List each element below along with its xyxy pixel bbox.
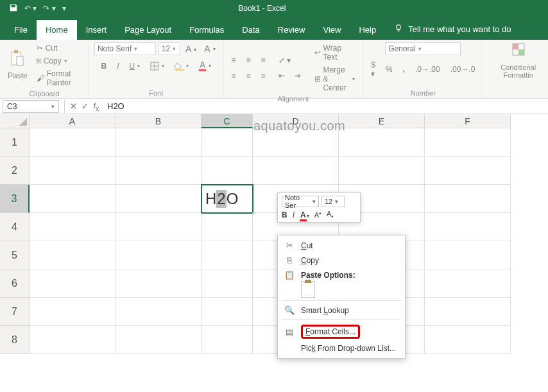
paste-button[interactable]: Paste xyxy=(5,70,30,81)
row-header-6[interactable]: 6 xyxy=(0,269,30,298)
decrease-font-icon[interactable]: A▾ xyxy=(201,42,218,55)
wrap-text-button[interactable]: ↩Wrap Text xyxy=(312,42,358,63)
currency-button[interactable]: $ ▾ xyxy=(368,59,378,80)
ctx-cut[interactable]: ✂CuCutt xyxy=(278,238,405,253)
select-all-corner[interactable] xyxy=(0,114,30,128)
cell-a2[interactable] xyxy=(30,157,116,185)
cell-b8[interactable] xyxy=(116,326,201,354)
bold-button[interactable]: B xyxy=(99,60,110,72)
cell-f5[interactable] xyxy=(425,241,511,269)
cell-b3[interactable] xyxy=(116,185,201,213)
borders-button[interactable]: ▾ xyxy=(148,60,167,72)
cell-c7[interactable] xyxy=(201,298,253,326)
row-header-8[interactable]: 8 xyxy=(0,326,30,354)
ctx-format-cells[interactable]: ▤Format Cells...Format Cells... xyxy=(278,322,405,341)
cell-a3[interactable] xyxy=(30,185,116,213)
cut-button[interactable]: ✂Cut xyxy=(34,42,83,54)
increase-font-icon[interactable]: A▴ xyxy=(183,42,199,55)
cell-d2[interactable] xyxy=(253,157,339,185)
copy-button[interactable]: ⎘Copy ▾ xyxy=(34,55,83,67)
formula-input[interactable]: H2O xyxy=(102,101,548,111)
mini-font-combo[interactable]: Noto Ser▾ xyxy=(282,196,319,207)
align-bottom-icon[interactable]: ≡ xyxy=(259,55,268,66)
cell-e1[interactable] xyxy=(339,128,425,157)
col-header-d[interactable]: D xyxy=(253,114,339,128)
cell-a4[interactable] xyxy=(30,213,116,241)
row-header-7[interactable]: 7 xyxy=(0,298,30,326)
cell-c4[interactable] xyxy=(201,213,253,241)
tab-view[interactable]: View xyxy=(314,20,350,40)
cell-b7[interactable] xyxy=(116,298,201,326)
col-header-a[interactable]: A xyxy=(30,114,116,128)
enter-icon[interactable]: ✓ xyxy=(79,101,90,111)
cell-b4[interactable] xyxy=(116,213,201,241)
col-header-f[interactable]: F xyxy=(425,114,511,128)
cancel-icon[interactable]: ✕ xyxy=(67,101,79,111)
row-header-3[interactable]: 3 xyxy=(0,185,30,213)
tab-data[interactable]: Data xyxy=(233,20,268,40)
row-header-2[interactable]: 2 xyxy=(0,157,30,185)
indent-decrease-icon[interactable]: ⇤ xyxy=(276,70,287,81)
mini-increase-font-icon[interactable]: A▴ xyxy=(314,210,321,219)
cell-a6[interactable] xyxy=(30,269,116,298)
tab-page-layout[interactable]: Page Layout xyxy=(116,20,180,40)
row-header-5[interactable]: 5 xyxy=(0,241,30,269)
row-header-4[interactable]: 4 xyxy=(0,213,30,241)
cell-f1[interactable] xyxy=(425,128,511,157)
mini-bold-button[interactable]: B xyxy=(282,210,287,219)
font-size-combo[interactable]: 12▾ xyxy=(158,42,180,55)
align-left-icon[interactable]: ≡ xyxy=(229,70,239,81)
cell-f4[interactable] xyxy=(425,213,511,241)
mini-size-combo[interactable]: 12▾ xyxy=(321,196,345,207)
cell-d1[interactable] xyxy=(253,128,339,157)
align-middle-icon[interactable]: ≡ xyxy=(244,55,253,66)
tell-me-input[interactable]: Tell me what you want to do xyxy=(408,24,511,34)
mini-font-color-button[interactable]: A▾ xyxy=(300,210,309,219)
cell-c8[interactable] xyxy=(201,326,253,354)
font-name-combo[interactable]: Noto Serif▾ xyxy=(94,42,156,55)
decrease-decimal-icon[interactable]: .00→.0 xyxy=(448,59,478,80)
increase-decimal-icon[interactable]: .0→.00 xyxy=(413,59,443,80)
mini-decrease-font-icon[interactable]: A▾ xyxy=(327,210,334,219)
cell-c2[interactable] xyxy=(201,157,253,185)
cell-f6[interactable] xyxy=(425,269,511,298)
conditional-formatting-icon[interactable] xyxy=(511,42,526,58)
format-painter-button[interactable]: 🖌Format Painter xyxy=(34,68,83,89)
cell-b1[interactable] xyxy=(116,128,201,157)
undo-icon[interactable]: ↶ ▾ xyxy=(24,4,37,13)
cell-c3[interactable]: H2O xyxy=(201,185,253,213)
tab-review[interactable]: Review xyxy=(269,20,314,40)
cell-a5[interactable] xyxy=(30,241,116,269)
save-icon[interactable] xyxy=(9,3,18,14)
cell-a8[interactable] xyxy=(30,326,116,354)
tab-help[interactable]: Help xyxy=(350,20,385,40)
ctx-paste-default[interactable] xyxy=(301,281,315,298)
fill-color-button[interactable]: ▾ xyxy=(172,60,191,72)
tab-formulas[interactable]: Formulas xyxy=(180,20,233,40)
cell-b2[interactable] xyxy=(116,157,201,185)
orientation-icon[interactable]: ⤢ ▾ xyxy=(276,55,303,66)
cell-f3[interactable] xyxy=(425,185,511,213)
col-header-c[interactable]: C xyxy=(201,114,253,128)
ctx-copy[interactable]: ⎘CopyCopy xyxy=(278,253,405,268)
cell-b5[interactable] xyxy=(116,241,201,269)
conditional-formatting-button[interactable]: Conditional Formattin xyxy=(488,62,548,80)
fx-icon[interactable]: fx xyxy=(90,101,102,112)
tab-insert[interactable]: Insert xyxy=(77,20,116,40)
cell-c1[interactable] xyxy=(201,128,253,157)
cell-c5[interactable] xyxy=(201,241,253,269)
cell-a1[interactable] xyxy=(30,128,116,157)
redo-icon[interactable]: ↷ ▾ xyxy=(43,4,55,13)
cell-e2[interactable] xyxy=(339,157,425,185)
ctx-smart-lookup[interactable]: 🔍Smart LookupSmart Lookup xyxy=(278,303,405,318)
mini-italic-button[interactable]: I xyxy=(293,210,295,219)
align-right-icon[interactable]: ≡ xyxy=(259,70,268,81)
col-header-b[interactable]: B xyxy=(116,114,201,128)
italic-button[interactable]: I xyxy=(114,60,121,72)
cell-b6[interactable] xyxy=(116,269,201,298)
tab-file[interactable]: File xyxy=(5,20,37,40)
align-center-icon[interactable]: ≡ xyxy=(244,70,253,81)
percent-button[interactable]: % xyxy=(383,59,395,80)
align-top-icon[interactable]: ≡ xyxy=(229,55,239,66)
merge-center-button[interactable]: ⊞Merge & Center ▾ xyxy=(312,64,358,94)
